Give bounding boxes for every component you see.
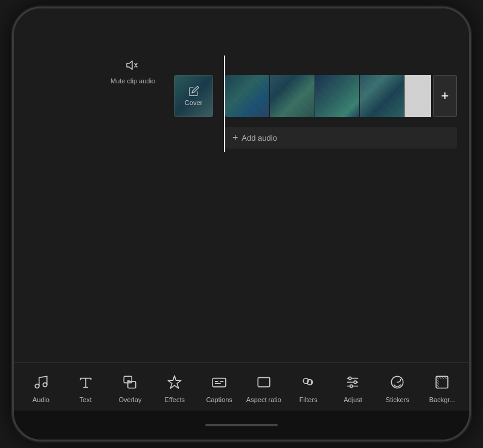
home-indicator-bar — [205, 424, 278, 426]
filters-icon — [298, 371, 319, 393]
background-label: Backgr... — [429, 396, 455, 403]
screen: Mute clip audio Cover — [14, 8, 469, 440]
toolbar-item-background[interactable]: Backgr... — [420, 369, 464, 406]
toolbar-item-filters[interactable]: Filters — [286, 369, 331, 406]
toolbar-items: Audio Text — [14, 369, 469, 406]
timeline-playhead — [224, 56, 225, 152]
video-frame-5[interactable] — [405, 75, 431, 117]
toolbar-item-adjust[interactable]: Adjust — [331, 369, 376, 406]
mute-icon — [123, 56, 142, 75]
svg-point-1 — [43, 383, 47, 387]
video-frame-4[interactable] — [360, 75, 404, 117]
toolbar-item-captions[interactable]: Captions — [197, 369, 242, 406]
cover-label: Cover — [185, 99, 202, 106]
mute-clip-label: Mute clip audio — [110, 77, 155, 85]
toolbar-item-audio[interactable]: Audio — [19, 369, 63, 406]
add-audio-plus-icon: + — [232, 132, 238, 143]
timeline-area: Mute clip audio Cover — [14, 37, 469, 146]
add-audio-row[interactable]: + Add audio — [225, 127, 457, 149]
main-content: Mute clip audio Cover — [14, 25, 469, 440]
adjust-icon — [342, 371, 363, 393]
audio-icon — [30, 371, 52, 393]
filters-label: Filters — [299, 396, 318, 403]
svg-rect-4 — [213, 379, 226, 387]
toolbar-item-text[interactable]: Text — [63, 369, 108, 406]
video-frame-2[interactable] — [270, 75, 314, 117]
aspect-ratio-icon — [253, 371, 275, 393]
captions-icon — [208, 371, 230, 393]
svg-point-0 — [35, 384, 39, 388]
toolbar-item-aspect-ratio[interactable]: Aspect ratio — [242, 369, 286, 406]
aspect-ratio-label: Aspect ratio — [246, 396, 281, 403]
text-label: Text — [80, 396, 92, 403]
overlay-label: Overlay — [119, 396, 142, 403]
home-indicator — [14, 411, 469, 440]
text-icon — [75, 371, 97, 393]
phone-frame: Mute clip audio Cover — [12, 7, 471, 441]
effects-icon — [164, 371, 185, 393]
svg-point-6 — [349, 377, 351, 379]
toolbar-item-overlay[interactable]: Overlay — [108, 369, 153, 406]
bottom-toolbar: Audio Text — [14, 362, 469, 411]
video-frame-3[interactable] — [315, 75, 359, 117]
add-clip-button[interactable]: + — [433, 75, 457, 117]
stickers-label: Stickers — [386, 396, 409, 403]
edit-icon — [188, 86, 199, 97]
overlay-icon — [119, 371, 141, 393]
video-frame-1[interactable] — [225, 75, 269, 117]
effects-label: Effects — [165, 396, 185, 403]
status-bar — [14, 8, 469, 25]
audio-label: Audio — [33, 396, 50, 403]
mute-clip-button[interactable]: Mute clip audio — [110, 56, 155, 85]
toolbar-item-stickers[interactable]: Stickers — [375, 369, 420, 406]
background-icon — [431, 371, 453, 393]
stickers-icon — [386, 371, 408, 393]
svg-rect-5 — [258, 377, 270, 386]
add-audio-label: Add audio — [242, 133, 277, 142]
adjust-label: Adjust — [344, 396, 362, 403]
svg-point-8 — [350, 385, 353, 387]
video-strip: + — [225, 75, 457, 117]
svg-point-7 — [354, 381, 357, 383]
cover-thumbnail[interactable]: Cover — [174, 75, 213, 117]
captions-label: Captions — [206, 396, 232, 403]
toolbar-item-effects[interactable]: Effects — [152, 369, 197, 406]
